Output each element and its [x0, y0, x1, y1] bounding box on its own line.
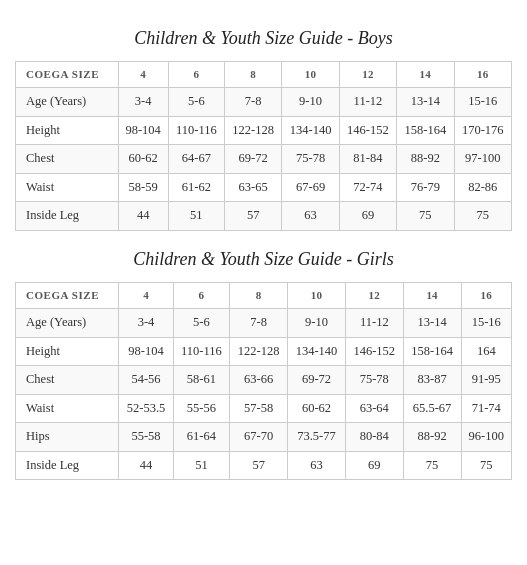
row-label: Inside Leg: [16, 202, 119, 231]
table-cell: 88-92: [403, 423, 461, 452]
table-cell: 75: [403, 451, 461, 480]
table-cell: 69-72: [288, 366, 346, 395]
size-col-header-16: 16: [454, 62, 511, 88]
row-label: Chest: [16, 366, 119, 395]
table-cell: 9-10: [288, 309, 346, 338]
size-col-header-8: 8: [224, 62, 281, 88]
row-label: Height: [16, 116, 119, 145]
table-cell: 158-164: [403, 337, 461, 366]
table-row: Waist52-53.555-5657-5860-6263-6465.5-677…: [16, 394, 512, 423]
table-cell: 73.5-77: [288, 423, 346, 452]
row-label: Waist: [16, 173, 119, 202]
table-cell: 82-86: [454, 173, 511, 202]
table-cell: 72-74: [339, 173, 396, 202]
table-cell: 44: [119, 451, 173, 480]
table-cell: 98-104: [118, 116, 168, 145]
table-cell: 13-14: [403, 309, 461, 338]
table-cell: 58-59: [118, 173, 168, 202]
table-cell: 11-12: [345, 309, 403, 338]
table-cell: 67-69: [282, 173, 339, 202]
size-col-header-4: 4: [118, 62, 168, 88]
size-label-header: COEGA SIZE: [16, 282, 119, 308]
boys-header-row: COEGA SIZE46810121416: [16, 62, 512, 88]
table-cell: 81-84: [339, 145, 396, 174]
table-cell: 170-176: [454, 116, 511, 145]
table-cell: 122-128: [230, 337, 288, 366]
table-cell: 146-152: [339, 116, 396, 145]
table-cell: 75: [461, 451, 511, 480]
table-row: Inside Leg44515763697575: [16, 202, 512, 231]
table-cell: 5-6: [168, 88, 224, 117]
table-cell: 3-4: [118, 88, 168, 117]
table-cell: 15-16: [454, 88, 511, 117]
table-row: Age (Years)3-45-67-89-1011-1213-1415-16: [16, 88, 512, 117]
table-cell: 44: [118, 202, 168, 231]
table-cell: 122-128: [224, 116, 281, 145]
table-cell: 67-70: [230, 423, 288, 452]
table-cell: 63-66: [230, 366, 288, 395]
table-cell: 54-56: [119, 366, 173, 395]
table-cell: 91-95: [461, 366, 511, 395]
table-cell: 63: [288, 451, 346, 480]
table-cell: 7-8: [230, 309, 288, 338]
table-cell: 110-116: [168, 116, 224, 145]
size-col-header-6: 6: [173, 282, 230, 308]
table-cell: 57: [224, 202, 281, 231]
table-row: Inside Leg44515763697575: [16, 451, 512, 480]
table-cell: 57: [230, 451, 288, 480]
girls-title: Children & Youth Size Guide - Girls: [15, 249, 512, 270]
boys-table: COEGA SIZE46810121416 Age (Years)3-45-67…: [15, 61, 512, 231]
size-label-header: COEGA SIZE: [16, 62, 119, 88]
table-cell: 134-140: [282, 116, 339, 145]
table-cell: 11-12: [339, 88, 396, 117]
table-row: Waist58-5961-6263-6567-6972-7476-7982-86: [16, 173, 512, 202]
table-cell: 13-14: [397, 88, 454, 117]
table-cell: 69: [339, 202, 396, 231]
table-cell: 60-62: [288, 394, 346, 423]
table-cell: 96-100: [461, 423, 511, 452]
table-cell: 51: [168, 202, 224, 231]
size-col-header-8: 8: [230, 282, 288, 308]
table-cell: 75-78: [282, 145, 339, 174]
table-cell: 146-152: [345, 337, 403, 366]
table-cell: 75: [397, 202, 454, 231]
table-cell: 80-84: [345, 423, 403, 452]
row-label: Hips: [16, 423, 119, 452]
table-row: Hips55-5861-6467-7073.5-7780-8488-9296-1…: [16, 423, 512, 452]
size-col-header-16: 16: [461, 282, 511, 308]
size-col-header-12: 12: [345, 282, 403, 308]
table-cell: 88-92: [397, 145, 454, 174]
row-label: Age (Years): [16, 309, 119, 338]
table-row: Chest54-5658-6163-6669-7275-7883-8791-95: [16, 366, 512, 395]
table-row: Height98-104110-116122-128134-140146-152…: [16, 337, 512, 366]
boys-tbody: Age (Years)3-45-67-89-1011-1213-1415-16H…: [16, 88, 512, 231]
table-cell: 51: [173, 451, 230, 480]
table-cell: 58-61: [173, 366, 230, 395]
row-label: Age (Years): [16, 88, 119, 117]
row-label: Inside Leg: [16, 451, 119, 480]
table-cell: 158-164: [397, 116, 454, 145]
size-col-header-14: 14: [403, 282, 461, 308]
row-label: Height: [16, 337, 119, 366]
girls-tbody: Age (Years)3-45-67-89-1011-1213-1415-16H…: [16, 309, 512, 480]
table-cell: 9-10: [282, 88, 339, 117]
row-label: Waist: [16, 394, 119, 423]
size-col-header-12: 12: [339, 62, 396, 88]
table-cell: 83-87: [403, 366, 461, 395]
table-cell: 5-6: [173, 309, 230, 338]
table-cell: 63: [282, 202, 339, 231]
table-cell: 71-74: [461, 394, 511, 423]
table-cell: 63-64: [345, 394, 403, 423]
table-cell: 164: [461, 337, 511, 366]
table-cell: 134-140: [288, 337, 346, 366]
table-cell: 55-58: [119, 423, 173, 452]
table-cell: 15-16: [461, 309, 511, 338]
table-cell: 69: [345, 451, 403, 480]
table-cell: 63-65: [224, 173, 281, 202]
size-col-header-10: 10: [282, 62, 339, 88]
table-cell: 75-78: [345, 366, 403, 395]
size-col-header-6: 6: [168, 62, 224, 88]
table-cell: 7-8: [224, 88, 281, 117]
table-cell: 57-58: [230, 394, 288, 423]
table-row: Chest60-6264-6769-7275-7881-8488-9297-10…: [16, 145, 512, 174]
